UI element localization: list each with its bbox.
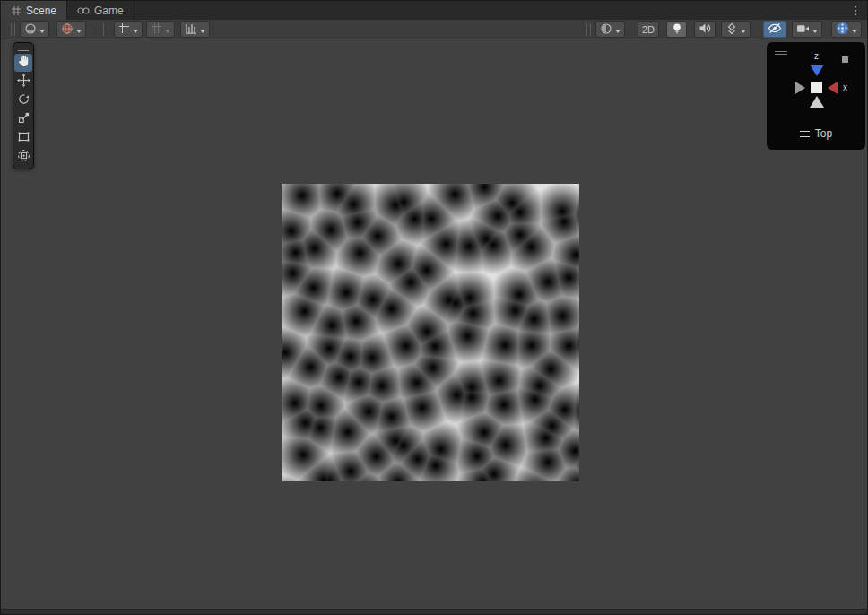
rect-tool-button[interactable] [14,129,32,147]
menu-icon [800,129,810,139]
drag-handle-icon[interactable] [775,48,787,57]
snap-grid-icon [151,22,162,36]
z-axis-negative-arrow[interactable] [810,96,824,108]
view-label: Top [815,127,832,140]
tab-scene-label: Scene [26,4,56,17]
effects-icon [725,22,738,37]
rotate-icon [17,92,30,109]
x-axis-negative-arrow[interactable] [795,82,805,94]
view-hand-tool-button[interactable] [14,54,32,72]
camera-icon [796,23,810,36]
overlay-drag-handle[interactable] [100,23,104,36]
grid-snap-dropdown[interactable] [146,21,175,38]
move-icon [17,74,30,91]
compass-arrows-icon [836,22,849,37]
x-axis-label: x [843,83,847,92]
tab-game[interactable]: Game [67,1,135,20]
chevron-down-icon [852,30,857,33]
game-icon [77,6,90,15]
chevron-down-icon [812,30,818,33]
2d-mode-toggle[interactable]: 2D [638,21,659,38]
lightbulb-icon [672,22,682,37]
overlay-drag-handle[interactable] [586,23,591,36]
kebab-icon: ⋮ [850,4,862,17]
transform-icon [17,149,30,166]
chevron-down-icon [133,30,138,33]
scale-tool-button[interactable] [14,110,32,128]
transform-tool-button[interactable] [14,148,32,166]
draw-mode-dropdown[interactable] [20,21,49,38]
chevron-down-icon [615,30,621,33]
grid-icon [118,22,130,36]
unity-scene-view-window: Scene Game ⋮ [0,0,868,615]
tab-game-label: Game [94,4,124,17]
z-axis-label: z [814,52,819,61]
rect-icon [17,130,30,147]
window-menu-button[interactable]: ⋮ [844,1,867,20]
lighting-toggle[interactable] [666,21,687,38]
2d-label: 2D [642,24,655,35]
audio-toggle[interactable] [694,21,716,38]
scale-icon [17,111,30,128]
hand-icon [17,55,30,71]
tab-bar: Scene Game ⋮ [1,1,867,20]
scene-visibility-toggle[interactable] [763,21,786,38]
scene-viewport[interactable]: z x Top [1,39,867,609]
navigation-dropdown[interactable] [831,21,862,38]
drag-handle-icon[interactable] [18,48,29,51]
grid-visibility-dropdown[interactable] [114,21,143,38]
camera-settings-dropdown[interactable] [792,21,822,38]
tabbar-spacer [135,1,844,20]
view-projection-menu[interactable]: Top [767,127,865,140]
effects-dropdown[interactable] [721,21,751,38]
chevron-down-icon [76,30,82,33]
x-axis-arrow[interactable] [828,82,838,94]
tools-overlay [13,42,34,169]
increment-snap-dropdown[interactable] [180,21,210,38]
shaded-sphere-icon [24,22,37,37]
ruler-icon [185,22,197,36]
bottom-strip [1,609,867,615]
skybox-dropdown[interactable] [56,21,86,38]
rotate-tool-button[interactable] [14,91,32,109]
scene-toolbar: 2D [1,20,867,39]
chevron-down-icon [165,30,170,33]
globe-icon [61,22,74,37]
speaker-icon [699,22,711,36]
eye-crossed-icon [768,22,782,36]
y-axis-indicator[interactable] [842,56,848,63]
half-sphere-icon [600,22,612,37]
overlay-drag-handle[interactable] [11,23,15,36]
rendering-dropdown[interactable] [595,21,625,38]
scene-grid-icon [11,5,22,16]
move-tool-button[interactable] [14,73,32,91]
z-axis-arrow[interactable] [810,65,824,76]
chevron-down-icon [39,30,45,33]
chevron-down-icon [200,30,205,33]
orientation-gizmo-overlay: z x Top [767,42,865,150]
scene-texture-canvas[interactable] [282,184,579,481]
tab-scene[interactable]: Scene [1,1,67,20]
chevron-down-icon [741,30,746,33]
y-axis-center-square[interactable] [811,82,822,93]
